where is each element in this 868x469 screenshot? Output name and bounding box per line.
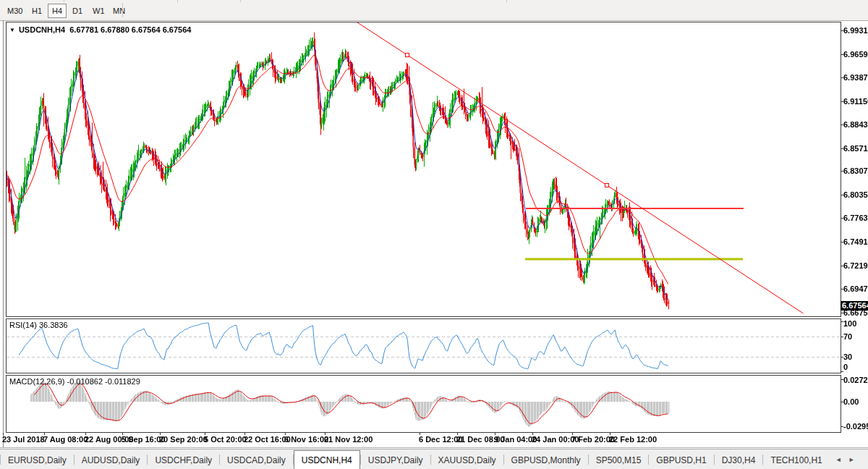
tab-usdcnh-h4[interactable]: USDCNH,H4 xyxy=(294,450,360,469)
time-axis-label: 20 Sep 20:00 xyxy=(159,435,208,444)
rsi-axis-label: 0 xyxy=(843,363,848,371)
time-axis-label: 21 Nov 12:00 xyxy=(324,435,373,444)
tab-audusd-daily[interactable]: AUDUSD,Daily xyxy=(75,451,148,469)
rsi-axis-label: 30 xyxy=(843,352,852,361)
macd-axis-label: -0.029558 xyxy=(843,422,868,431)
price-axis-label: 6.99310 xyxy=(843,26,868,35)
rsi-axis-label: 70 xyxy=(843,332,852,341)
tab-tech100-h1[interactable]: TECH100,H1 xyxy=(763,451,829,469)
chart-symbol-timeframe: USDCNH,H4 xyxy=(19,25,65,34)
time-axis-label: 9 Jan 04:00 xyxy=(494,435,537,444)
price-axis-label: 6.74910 xyxy=(843,237,868,246)
tab-xauusd-daily[interactable]: XAUUSD,Daily xyxy=(431,451,503,469)
chart-title: ▼USDCNH,H4 6.67781 6.67880 6.67564 6.675… xyxy=(9,25,191,34)
price-axis-label: 6.72190 xyxy=(843,261,868,270)
tab-gbpusd-monthly[interactable]: GBPUSD,Monthly xyxy=(504,451,588,469)
mt4-terminal-window: M30H1H4D1W1MN ▼USDCNH,H4 6.67781 6.67880… xyxy=(0,0,868,469)
tab-sp500-m15[interactable]: SP500,M15 xyxy=(589,451,649,469)
price-axis-label: 6.96590 xyxy=(843,50,868,59)
price-axis-label: 6.80350 xyxy=(843,190,868,199)
time-axis-label: 5 Oct 20:00 xyxy=(204,435,247,444)
tab-dj30-h4[interactable]: DJ30,H4 xyxy=(715,451,763,469)
time-axis-label: 22 Feb 12:00 xyxy=(609,435,657,444)
symbol-dropdown-icon[interactable]: ▼ xyxy=(9,27,15,33)
time-axis-label: 7 Feb 20:00 xyxy=(571,435,615,444)
price-axis-label: 6.85710 xyxy=(843,144,868,153)
symbol-tab-bar: EURUSD,DailyAUDUSD,DailyUSDCHF,DailyUSDC… xyxy=(0,449,868,469)
price-axis-label: 6.93870 xyxy=(843,73,868,82)
time-axis-label: 23 Jul 2018 xyxy=(2,435,45,444)
price-axis-label: 6.69470 xyxy=(843,284,868,293)
price-axis-label: 6.66750 xyxy=(843,308,868,317)
chart-ohlc-values: 6.67781 6.67880 6.67564 6.67564 xyxy=(69,25,191,34)
tab-eurusd-daily[interactable]: EURUSD,Daily xyxy=(1,451,74,469)
tab-scroll-arrows: ◄► xyxy=(835,449,855,469)
tab-usdchf-daily[interactable]: USDCHF,Daily xyxy=(148,451,219,469)
price-axis-label: 6.83070 xyxy=(843,166,868,175)
price-axis-label: 6.91150 xyxy=(843,97,868,106)
tab-scroll-left-icon[interactable]: ◄ xyxy=(835,456,842,463)
tab-usdjpy-daily[interactable]: USDJPY,Daily xyxy=(361,451,430,469)
tab-scroll-right-icon[interactable]: ► xyxy=(848,456,855,463)
time-axis-label: 7 Aug 08:00 xyxy=(43,435,88,444)
rsi-axis-label: 100 xyxy=(843,319,856,328)
tab-usdcad-daily[interactable]: USDCAD,Daily xyxy=(220,451,293,469)
macd-axis-label: 0.00 xyxy=(843,397,859,406)
price-axis-label: 6.88430 xyxy=(843,120,868,129)
tab-gbpusd-h1[interactable]: GBPUSD,H1 xyxy=(649,451,713,469)
rsi-indicator-label: RSI(14) 36.3836 xyxy=(9,321,68,329)
time-axis-label: 6 Nov 16:00 xyxy=(284,435,328,444)
price-axis-label: 6.77630 xyxy=(843,214,868,222)
macd-axis-label: 0.027219 xyxy=(843,376,868,384)
macd-indicator-label: MACD(12,26,9) -0.010862 -0.011829 xyxy=(9,377,140,386)
